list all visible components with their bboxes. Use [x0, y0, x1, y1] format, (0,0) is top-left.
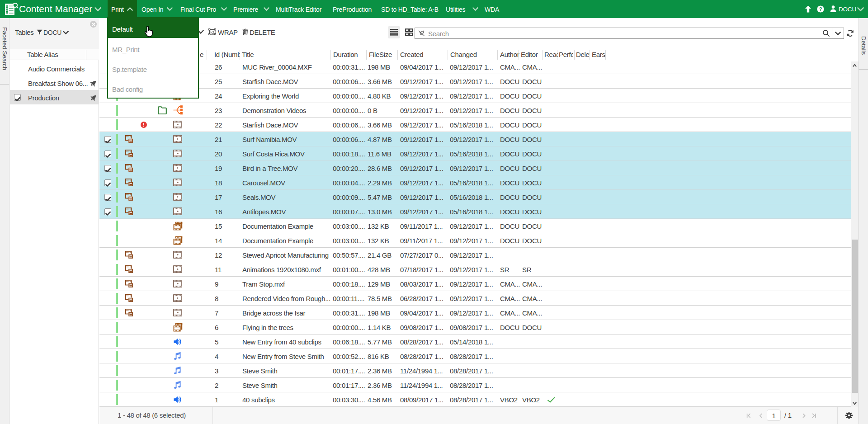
- svg-text:?: ?: [819, 6, 822, 12]
